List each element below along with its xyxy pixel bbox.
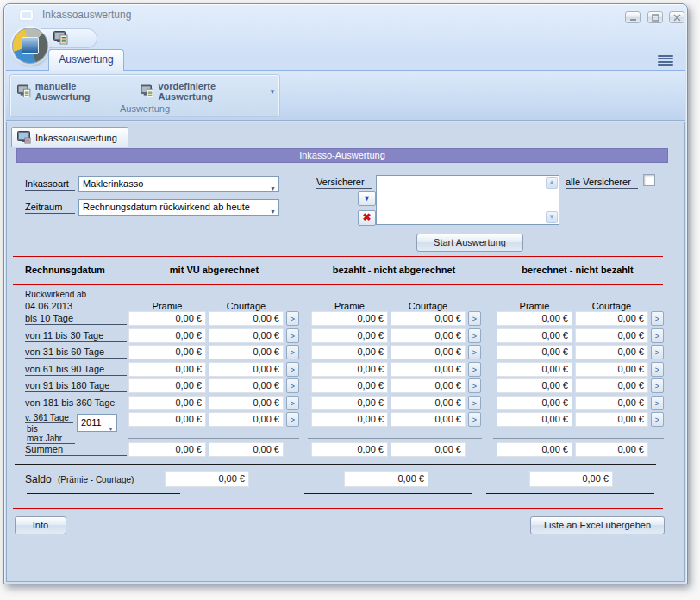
detail-button[interactable]: >: [286, 345, 299, 359]
value-field[interactable]: 0,00 €: [497, 311, 572, 326]
value-field[interactable]: 0,00 €: [128, 328, 206, 343]
row-label-line1[interactable]: v. 361 Tage: [25, 413, 73, 423]
value-field[interactable]: 0,00 €: [391, 412, 466, 427]
ribbon-tab-auswertung[interactable]: Auswertung: [48, 49, 124, 71]
detail-button[interactable]: >: [286, 396, 299, 410]
detail-button[interactable]: >: [651, 311, 664, 326]
detail-button[interactable]: >: [468, 378, 481, 393]
inkassoart-select[interactable]: Maklerinkasso ▼: [78, 176, 279, 192]
detail-button[interactable]: >: [286, 311, 299, 326]
detail-button[interactable]: >: [468, 345, 481, 359]
value-field[interactable]: 0,00 €: [497, 378, 572, 393]
detail-button[interactable]: >: [286, 412, 299, 427]
app-window: Inkassoauswertung: [3, 3, 688, 584]
value-field[interactable]: 0,00 €: [209, 345, 284, 359]
row-label[interactable]: von 11 bis 30 Tage: [25, 330, 127, 342]
value-field[interactable]: 0,00 €: [497, 328, 572, 343]
arrow-down-icon: ▼: [363, 194, 371, 203]
year-select[interactable]: 2011 ▼: [77, 414, 117, 432]
versicherer-listbox[interactable]: ▲ ▼: [376, 175, 559, 225]
value-field[interactable]: 0,00 €: [311, 378, 388, 393]
detail-button[interactable]: >: [468, 311, 481, 326]
detail-button[interactable]: >: [286, 328, 299, 343]
detail-button[interactable]: >: [651, 345, 664, 359]
detail-button[interactable]: >: [286, 362, 299, 377]
value-field[interactable]: 0,00 €: [209, 328, 284, 343]
value-field[interactable]: 0,00 €: [575, 311, 648, 326]
row-label[interactable]: von 61 bis 90 Tage: [25, 364, 127, 376]
vordefinierte-auswertung-button[interactable]: vordefinierte Auswertung ▼: [137, 79, 279, 103]
alle-versicherer-checkbox[interactable]: [643, 174, 655, 186]
detail-button[interactable]: >: [468, 396, 481, 410]
value-field[interactable]: 0,00 €: [311, 396, 388, 410]
detail-button[interactable]: >: [468, 412, 481, 427]
row-label-line2[interactable]: bis max.Jahr: [27, 424, 75, 444]
value-field[interactable]: 0,00 €: [311, 328, 388, 343]
value-field[interactable]: 0,00 €: [128, 311, 206, 326]
doc-tab-inkassoauswertung[interactable]: Inkassoauswertung: [11, 127, 128, 147]
detail-button[interactable]: >: [468, 362, 481, 377]
value-field[interactable]: 0,00 €: [497, 396, 572, 410]
value-field[interactable]: 0,00 €: [209, 378, 284, 393]
detail-button[interactable]: >: [651, 396, 664, 410]
value-field[interactable]: 0,00 €: [128, 412, 206, 427]
value-field[interactable]: 0,00 €: [128, 362, 206, 377]
ribbon-menu-icon[interactable]: [658, 55, 673, 66]
value-field[interactable]: 0,00 €: [497, 345, 572, 359]
value-field[interactable]: 0,00 €: [128, 396, 206, 410]
detail-button[interactable]: >: [651, 328, 664, 343]
value-field[interactable]: 0,00 €: [128, 378, 206, 393]
value-field[interactable]: 0,00 €: [497, 362, 572, 377]
value-field[interactable]: 0,00 €: [391, 378, 466, 393]
value-field[interactable]: 0,00 €: [575, 362, 648, 377]
value-field[interactable]: 0,00 €: [311, 362, 388, 377]
scroll-up-button[interactable]: ▲: [546, 177, 558, 189]
close-button[interactable]: [669, 11, 684, 23]
detail-button[interactable]: >: [468, 328, 481, 343]
value-field[interactable]: 0,00 €: [391, 362, 466, 377]
quick-access-report-button[interactable]: [53, 31, 68, 47]
value-field[interactable]: 0,00 €: [209, 412, 284, 427]
value-field[interactable]: 0,00 €: [128, 345, 206, 359]
row-label[interactable]: von 181 bis 360 Tage: [25, 397, 127, 409]
minimize-button[interactable]: [625, 11, 641, 23]
detail-button[interactable]: >: [651, 362, 664, 377]
value-field[interactable]: 0,00 €: [391, 311, 466, 326]
start-auswertung-button[interactable]: Start Auswertung: [416, 234, 523, 252]
courtage-header: Courtage: [575, 301, 648, 311]
row-label[interactable]: bis 10 Tage: [25, 313, 127, 325]
ribbon-panel: manuelle Auswertung vordefinierte A: [6, 70, 685, 121]
detail-button[interactable]: >: [286, 378, 299, 393]
row-label[interactable]: von 31 bis 60 Tage: [25, 347, 127, 359]
info-button[interactable]: Info: [15, 516, 66, 534]
application-menu-orb[interactable]: [12, 28, 48, 64]
manuelle-auswertung-button[interactable]: manuelle Auswertung: [14, 79, 130, 103]
value-field[interactable]: 0,00 €: [391, 328, 466, 343]
value-field[interactable]: 0,00 €: [209, 396, 284, 410]
value-field[interactable]: 0,00 €: [209, 311, 284, 326]
monitor-icon: [17, 131, 31, 144]
saldo-field: 0,00 €: [529, 471, 613, 487]
divider-black: [15, 464, 656, 465]
value-field[interactable]: 0,00 €: [391, 396, 466, 410]
scroll-down-button[interactable]: ▼: [546, 211, 558, 223]
value-field[interactable]: 0,00 €: [575, 345, 648, 359]
value-field[interactable]: 0,00 €: [311, 311, 388, 326]
value-field[interactable]: 0,00 €: [575, 378, 648, 393]
value-field[interactable]: 0,00 €: [575, 328, 648, 343]
excel-export-button[interactable]: Liste an Excel übergeben: [530, 516, 665, 534]
value-field[interactable]: 0,00 €: [311, 412, 388, 427]
value-field[interactable]: 0,00 €: [209, 362, 284, 377]
value-field[interactable]: 0,00 €: [391, 345, 466, 359]
maximize-button[interactable]: [647, 11, 663, 23]
value-field[interactable]: 0,00 €: [575, 412, 648, 427]
value-field[interactable]: 0,00 €: [497, 412, 572, 427]
row-label[interactable]: von 91 bis 180 Tage: [25, 380, 127, 392]
detail-button[interactable]: >: [651, 378, 664, 393]
detail-button[interactable]: >: [651, 412, 664, 427]
value-field[interactable]: 0,00 €: [575, 396, 648, 410]
zeitraum-select[interactable]: Rechnungsdatum rückwirkend ab heute ▼: [78, 199, 279, 216]
value-field[interactable]: 0,00 €: [311, 345, 388, 359]
versicherer-add-button[interactable]: ▼: [358, 191, 376, 206]
versicherer-remove-button[interactable]: ✖: [358, 210, 376, 226]
